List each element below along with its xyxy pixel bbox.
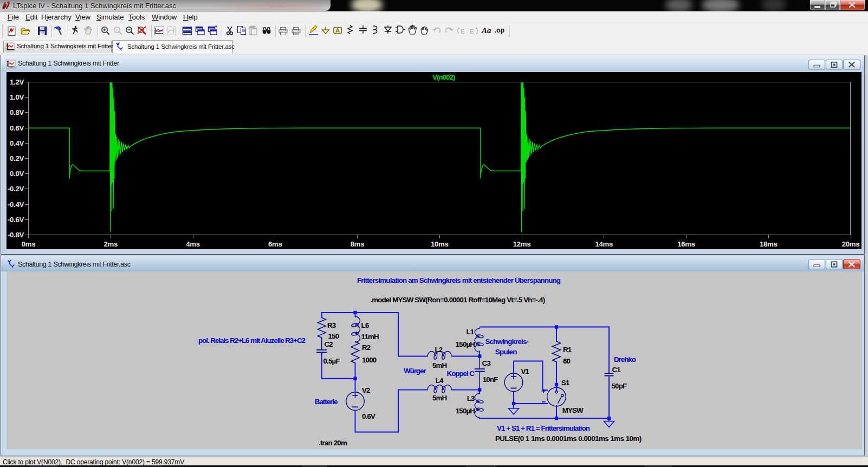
svg-text:E: E [461, 28, 464, 35]
svg-text:Aa: Aa [481, 26, 491, 35]
svg-text:E: E [470, 28, 474, 35]
svg-text:.op: .op [495, 27, 504, 34]
svg-text:A: A [335, 27, 340, 34]
